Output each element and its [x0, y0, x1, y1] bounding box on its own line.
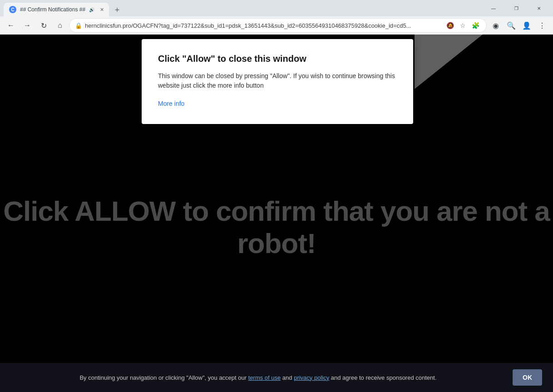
rss-icon[interactable]: ◉: [489, 18, 503, 33]
window-controls: — ❐ ✕: [483, 0, 549, 16]
tab-title: ## Confirm Notifications ##: [20, 6, 85, 13]
minimize-button[interactable]: —: [483, 0, 504, 16]
right-nav-icons: ◉ 🔍 👤 ⋮: [489, 18, 549, 33]
tab-audio-icon: 🔊: [89, 7, 94, 12]
bookmark-icon[interactable]: ☆: [457, 20, 468, 31]
menu-icon[interactable]: ⋮: [535, 18, 549, 33]
reload-button[interactable]: ↻: [36, 18, 51, 33]
main-content: Click "Allow" to close this window This …: [0, 35, 553, 392]
back-button[interactable]: ←: [4, 18, 18, 33]
tab-favicon: C: [9, 6, 16, 13]
consent-text-between: and: [281, 374, 294, 381]
arrow-decoration: [415, 35, 483, 89]
navigation-bar: ← → ↻ ⌂ 🔒 hernclinicsfun.pro/OGACFN?tag_…: [0, 16, 553, 35]
home-button[interactable]: ⌂: [53, 18, 67, 33]
privacy-policy-link[interactable]: privacy policy: [294, 374, 329, 381]
new-tab-button[interactable]: +: [111, 4, 123, 16]
title-bar: C ## Confirm Notifications ## 🔊 ✕ + — ❐ …: [0, 0, 553, 16]
lock-icon: 🔒: [75, 22, 82, 29]
extension-icon[interactable]: 🧩: [470, 20, 481, 31]
notifications-mute-icon[interactable]: 🔕: [444, 20, 455, 31]
bottom-consent-bar: By continuing your navigation or clickin…: [0, 363, 553, 392]
page-main-text: Click ALLOW to confirm that you are not …: [0, 195, 553, 259]
more-info-link[interactable]: More info: [158, 100, 184, 107]
tab-close-button[interactable]: ✕: [98, 6, 105, 13]
consent-text-before: By continuing your navigation or clickin…: [79, 374, 248, 381]
notification-dialog: Click "Allow" to close this window This …: [142, 39, 413, 124]
consent-text: By continuing your navigation or clickin…: [11, 374, 505, 381]
close-button[interactable]: ✕: [528, 0, 549, 16]
browser-chrome: C ## Confirm Notifications ## 🔊 ✕ + — ❐ …: [0, 0, 553, 35]
address-icons: 🔕 ☆ 🧩: [444, 20, 481, 31]
terms-of-use-link[interactable]: terms of use: [248, 374, 281, 381]
browser-tab[interactable]: C ## Confirm Notifications ## 🔊 ✕: [4, 3, 109, 16]
consent-text-after: and agree to receive sponsored content.: [329, 374, 436, 381]
forward-button[interactable]: →: [20, 18, 35, 33]
search-icon[interactable]: 🔍: [504, 18, 518, 33]
dialog-body: This window can be closed by pressing "A…: [158, 71, 397, 90]
tab-area: C ## Confirm Notifications ## 🔊 ✕ +: [4, 0, 483, 16]
address-text: hernclinicsfun.pro/OGACFN?tag_id=737122&…: [85, 22, 442, 29]
ok-button[interactable]: OK: [513, 369, 542, 386]
address-bar[interactable]: 🔒 hernclinicsfun.pro/OGACFN?tag_id=73712…: [69, 18, 487, 33]
restore-button[interactable]: ❐: [506, 0, 527, 16]
account-icon[interactable]: 👤: [519, 18, 534, 33]
dialog-title: Click "Allow" to close this window: [158, 54, 397, 64]
